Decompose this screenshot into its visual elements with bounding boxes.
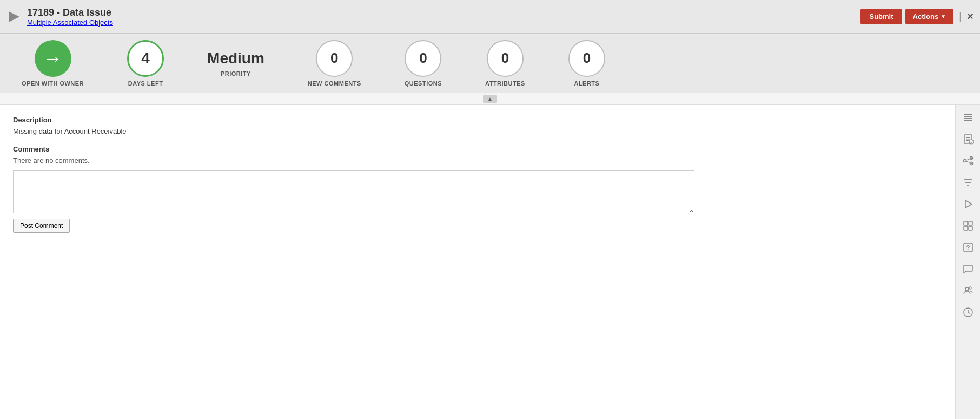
page-title: 17189 - Data Issue [27, 7, 860, 18]
questions-circle[interactable]: 0 [405, 40, 441, 77]
description-text: Missing data for Account Receivable [13, 127, 942, 135]
header-divider: | [959, 10, 962, 23]
no-comments-text: There are no comments. [13, 156, 942, 165]
sidebar-filter-icon[interactable] [958, 172, 978, 193]
status-questions: 0 QUESTIONS [383, 40, 463, 87]
sidebar-dashboard-icon[interactable] [958, 215, 978, 236]
question-icon: ? [963, 242, 974, 253]
sidebar-notes-icon[interactable]: + [958, 129, 978, 149]
status-bar: → OPEN WITH OWNER 4 DAYS LEFT Medium PRI… [0, 34, 980, 93]
svg-rect-4 [964, 120, 972, 121]
comments-icon [963, 264, 974, 274]
svg-marker-0 [9, 11, 19, 22]
main-layout: Description Missing data for Account Rec… [0, 105, 980, 419]
svg-rect-7 [966, 139, 970, 140]
attributes-value: 0 [501, 50, 509, 67]
close-button[interactable]: × [967, 10, 974, 23]
svg-text:?: ? [966, 244, 970, 252]
new-comments-label: NEW COMMENTS [308, 80, 361, 87]
clock-icon [963, 307, 974, 318]
title-area: 17189 - Data Issue Multiple Associated O… [27, 7, 860, 27]
svg-point-16 [970, 158, 972, 159]
notes-icon: + [963, 134, 974, 145]
sidebar-workflow-icon[interactable] [958, 150, 978, 171]
priority-value: Medium [207, 50, 264, 67]
svg-rect-3 [964, 118, 972, 119]
alerts-value: 0 [583, 50, 591, 67]
svg-point-11 [963, 160, 966, 162]
open-with-owner-circle[interactable]: → [35, 40, 71, 77]
actions-caret-icon: ▼ [941, 14, 946, 19]
dashboard-icon [963, 220, 974, 231]
svg-rect-22 [964, 221, 968, 225]
new-comments-value: 0 [330, 50, 338, 67]
workflow-icon [963, 155, 974, 166]
filter-icon [963, 177, 974, 188]
status-open-with-owner: → OPEN WITH OWNER [0, 40, 105, 87]
sidebar-play-icon[interactable] [958, 194, 978, 214]
actions-button[interactable]: Actions ▼ [905, 9, 954, 24]
alerts-label: ALERTS [574, 80, 599, 87]
svg-rect-24 [964, 226, 968, 230]
new-comments-circle[interactable]: 0 [316, 40, 353, 77]
alerts-circle[interactable]: 0 [568, 40, 605, 77]
days-left-circle[interactable]: 4 [127, 40, 164, 77]
collapse-row[interactable]: ▲ [0, 93, 980, 105]
sidebar-question-icon[interactable]: ? [958, 237, 978, 258]
sidebar-people-icon[interactable] [958, 280, 978, 301]
svg-rect-6 [966, 137, 970, 138]
right-sidebar: + [955, 105, 980, 419]
page-header: 17189 - Data Issue Multiple Associated O… [0, 0, 980, 34]
description-label: Description [13, 116, 942, 124]
svg-marker-21 [965, 200, 972, 208]
open-with-owner-label: OPEN WITH OWNER [22, 80, 84, 87]
days-left-label: DAYS LEFT [128, 80, 163, 87]
post-comment-button[interactable]: Post Comment [13, 219, 70, 233]
sidebar-list-icon[interactable] [958, 107, 978, 128]
submit-button[interactable]: Submit [860, 9, 902, 24]
attributes-label: ATTRIBUTES [485, 80, 525, 87]
svg-point-17 [970, 163, 972, 165]
svg-line-15 [966, 161, 970, 163]
status-days-left: 4 DAYS LEFT [105, 40, 186, 87]
sidebar-comments-icon[interactable] [958, 259, 978, 279]
priority-label: PRIORITY [221, 70, 251, 77]
list-icon [963, 112, 974, 123]
play-icon [963, 199, 974, 210]
status-alerts: 0 ALERTS [547, 40, 627, 87]
questions-value: 0 [419, 50, 427, 67]
people-icon [963, 285, 974, 296]
days-left-value: 4 [141, 50, 150, 67]
app-logo-icon [6, 9, 22, 24]
collapse-arrow-icon[interactable]: ▲ [483, 95, 497, 103]
header-actions: Submit Actions ▼ | × [860, 9, 974, 24]
content-area: Description Missing data for Account Rec… [0, 105, 955, 419]
questions-label: QUESTIONS [405, 80, 442, 87]
status-priority: Medium PRIORITY [186, 50, 286, 77]
svg-line-14 [966, 159, 970, 161]
status-new-comments: 0 NEW COMMENTS [286, 40, 383, 87]
attributes-circle[interactable]: 0 [487, 40, 524, 77]
sidebar-clock-icon[interactable] [958, 302, 978, 323]
svg-rect-23 [969, 221, 972, 225]
svg-line-32 [968, 312, 970, 313]
associated-objects-link[interactable]: Multiple Associated Objects [27, 18, 113, 27]
status-attributes: 0 ATTRIBUTES [463, 40, 547, 87]
comment-input[interactable] [13, 170, 694, 213]
svg-rect-25 [969, 226, 972, 230]
svg-point-28 [965, 287, 969, 291]
svg-rect-1 [964, 114, 972, 115]
arrow-right-icon: → [43, 49, 63, 68]
svg-rect-8 [966, 140, 969, 141]
svg-point-29 [969, 287, 971, 289]
svg-rect-2 [964, 116, 972, 117]
comments-label: Comments [13, 145, 942, 153]
svg-text:+: + [970, 141, 972, 144]
